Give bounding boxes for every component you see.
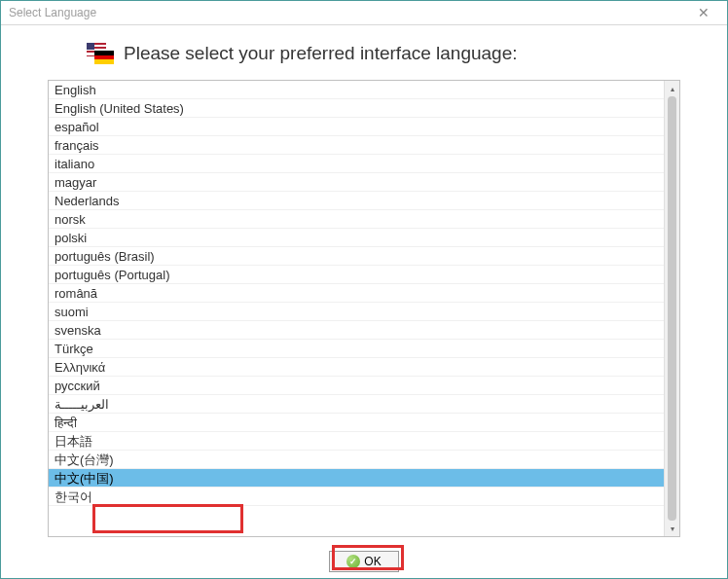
list-item[interactable]: العربيـــــة <box>49 395 664 414</box>
scrollbar[interactable]: ▴ ▾ <box>664 81 679 536</box>
list-item[interactable]: polski <box>49 229 664 247</box>
list-item[interactable]: norsk <box>49 210 664 229</box>
list-item[interactable]: русский <box>49 377 664 395</box>
list-item[interactable]: हिन्दी <box>49 414 664 432</box>
list-item[interactable]: 日本語 <box>49 432 664 451</box>
header-row: Please select your preferred interface l… <box>48 43 680 64</box>
list-item[interactable]: română <box>49 284 664 303</box>
list-item[interactable]: 中文(台灣) <box>49 451 664 469</box>
list-item[interactable]: Nederlands <box>49 192 664 210</box>
list-item[interactable]: français <box>49 136 664 155</box>
button-row: ✓ OK <box>48 551 680 572</box>
language-list[interactable]: EnglishEnglish (United States)españolfra… <box>49 81 664 536</box>
ok-check-icon: ✓ <box>346 555 360 568</box>
dialog-content: Please select your preferred interface l… <box>1 25 727 579</box>
scroll-down-arrow-icon[interactable]: ▾ <box>665 521 680 536</box>
scroll-thumb[interactable] <box>668 96 676 521</box>
scroll-up-arrow-icon[interactable]: ▴ <box>665 81 680 96</box>
flags-icon <box>87 43 114 64</box>
list-item[interactable]: English <box>49 81 664 99</box>
list-item[interactable]: Ελληνικά <box>49 358 664 377</box>
close-button[interactable]: ✕ <box>684 1 723 24</box>
list-item[interactable]: Türkçe <box>49 340 664 358</box>
list-item[interactable]: español <box>49 118 664 136</box>
list-item[interactable]: suomi <box>49 303 664 321</box>
flag-de-icon <box>94 51 114 64</box>
ok-button[interactable]: ✓ OK <box>329 551 399 572</box>
ok-button-label: OK <box>364 555 381 568</box>
language-dialog: Select Language ✕ Please select your pre… <box>0 0 728 579</box>
list-item[interactable]: svenska <box>49 321 664 340</box>
list-item[interactable]: 한국어 <box>49 488 664 506</box>
list-item[interactable]: português (Portugal) <box>49 266 664 284</box>
list-item[interactable]: 中文(中国) <box>49 469 664 488</box>
list-item[interactable]: magyar <box>49 173 664 192</box>
list-item[interactable]: italiano <box>49 155 664 173</box>
header-title: Please select your preferred interface l… <box>124 43 518 64</box>
list-item[interactable]: English (United States) <box>49 99 664 118</box>
titlebar: Select Language ✕ <box>1 1 727 25</box>
language-list-wrapper: EnglishEnglish (United States)españolfra… <box>48 80 680 537</box>
window-title: Select Language <box>9 6 96 19</box>
list-item[interactable]: português (Brasil) <box>49 247 664 266</box>
close-icon: ✕ <box>698 5 710 20</box>
